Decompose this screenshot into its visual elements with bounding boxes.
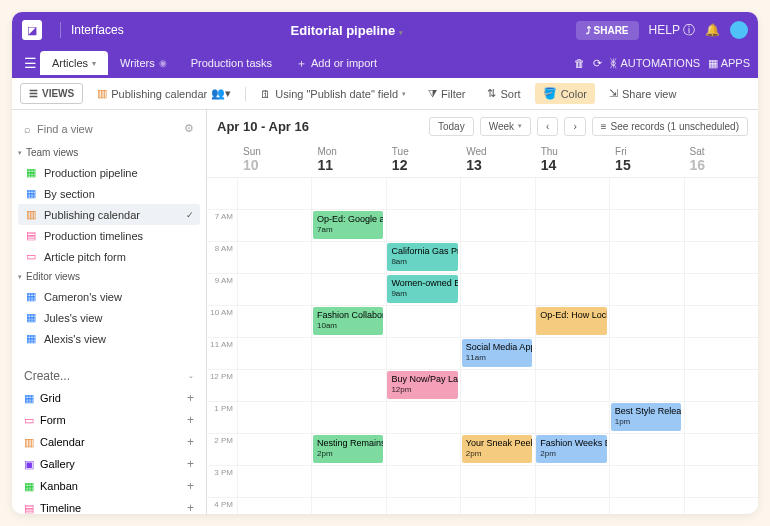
calendar-event[interactable]: Your Sneak Peek at…2pm xyxy=(462,435,532,463)
calendar-event[interactable]: Buy Now/Pay Later …12pm xyxy=(387,371,457,399)
trash-icon[interactable]: 🗑 xyxy=(574,57,585,69)
calendar-event[interactable]: Fashion Collaborati…10am xyxy=(313,307,383,335)
hour-label: 10 AM xyxy=(207,306,237,337)
calendar-header: Apr 10 - Apr 16 Today Week ▾ ‹ › ≡ See r… xyxy=(207,110,758,142)
hour-row xyxy=(207,178,758,210)
day-header: Sat16 xyxy=(684,142,758,177)
bell-icon[interactable]: 🔔 xyxy=(705,23,720,37)
date-field-button[interactable]: 🗓 Using "Publish date" field ▾ xyxy=(252,84,414,104)
calendar-icon: 🗓 xyxy=(260,88,271,100)
calendar-icon: ▥ xyxy=(97,87,107,100)
hour-row: 7 AM xyxy=(207,210,758,242)
sidebar-view-item[interactable]: ▦Production pipeline xyxy=(18,162,200,183)
hour-label: 8 AM xyxy=(207,242,237,273)
calendar-event[interactable]: Nesting Remains Pr…2pm xyxy=(313,435,383,463)
topbar: ◪ Interfaces Editorial pipeline ▾ ⤴ SHAR… xyxy=(12,12,758,48)
share-view-button[interactable]: ⇲ Share view xyxy=(601,83,684,104)
table-tabs-bar: ☰ Articles ▾Writers ◉Production tasks ＋A… xyxy=(12,48,758,78)
day-header: Wed13 xyxy=(460,142,534,177)
day-header: Tue12 xyxy=(386,142,460,177)
sidebar-view-item[interactable]: ▦Alexis's view xyxy=(18,328,200,349)
hour-row: 9 AM xyxy=(207,274,758,306)
add-or-import-button[interactable]: ＋Add or import xyxy=(284,50,389,77)
tab-writers[interactable]: Writers ◉ xyxy=(108,51,179,75)
apps-button[interactable]: ▦ APPS xyxy=(708,57,750,70)
sidebar-view-item[interactable]: ▤Production timelines xyxy=(18,225,200,246)
hour-label: 4 PM xyxy=(207,498,237,514)
sidebar-view-item[interactable]: ▦Cameron's view xyxy=(18,286,200,307)
paint-icon: 🪣 xyxy=(543,87,557,100)
sort-button[interactable]: ⇅ Sort xyxy=(479,83,528,104)
chevron-down-icon: ⌄ xyxy=(188,372,194,380)
share-icon: ⇲ xyxy=(609,87,618,100)
help-icon: ⓘ xyxy=(683,23,695,37)
calendar-event[interactable]: Best Style Release…1pm xyxy=(611,403,681,431)
see-records-button[interactable]: ≡ See records (1 unscheduled) xyxy=(592,117,748,136)
filter-button[interactable]: ⧩ Filter xyxy=(420,83,473,104)
week-picker[interactable]: Week ▾ xyxy=(480,117,531,136)
create-view-item[interactable]: ▤Timeline+ xyxy=(18,497,200,514)
day-header-row: Sun10Mon11Tue12Wed13Thu14Fri15Sat16 xyxy=(207,142,758,178)
hour-label: 11 AM xyxy=(207,338,237,369)
plus-icon: ＋ xyxy=(296,56,307,71)
calendar-event[interactable]: Op-Ed: How Lockd… xyxy=(536,307,606,335)
create-view-item[interactable]: ▭Form+ xyxy=(18,409,200,431)
history-icon[interactable]: ⟳ xyxy=(593,57,602,70)
tab-articles[interactable]: Articles ▾ xyxy=(40,51,108,75)
sidebar-view-item[interactable]: ▭Article pitch form xyxy=(18,246,200,267)
color-button[interactable]: 🪣 Color xyxy=(535,83,595,104)
main-row: ⌕ ⚙ ▾ Team views▦Production pipeline▦By … xyxy=(12,110,758,514)
create-section[interactable]: Create...⌄ xyxy=(18,365,200,387)
create-view-item[interactable]: ▣Gallery+ xyxy=(18,453,200,475)
hamburger-icon[interactable]: ☰ xyxy=(20,55,40,71)
hour-row: 10 AM xyxy=(207,306,758,338)
search-row: ⌕ ⚙ xyxy=(18,118,200,139)
sidebar-view-item[interactable]: ▥Publishing calendar✓ xyxy=(18,204,200,225)
chevron-down-icon: ▾ xyxy=(399,29,403,36)
calendar-event[interactable]: Social Media Apps …11am xyxy=(462,339,532,367)
hour-label: 9 AM xyxy=(207,274,237,305)
today-button[interactable]: Today xyxy=(429,117,474,136)
day-header: Thu14 xyxy=(535,142,609,177)
create-view-item[interactable]: ▥Calendar+ xyxy=(18,431,200,453)
view-group[interactable]: ▾ Team views xyxy=(18,147,200,158)
calendar-event[interactable]: Women-owned Bra…9am xyxy=(387,275,457,303)
date-range: Apr 10 - Apr 16 xyxy=(217,119,309,134)
hour-label: 7 AM xyxy=(207,210,237,241)
calendar-event[interactable]: California Gas Pric…8am xyxy=(387,243,457,271)
workspace-name[interactable]: Interfaces xyxy=(71,23,124,37)
find-view-input[interactable] xyxy=(37,123,184,135)
base-title[interactable]: Editorial pipeline ▾ xyxy=(291,23,403,38)
create-view-item[interactable]: ▦Grid+ xyxy=(18,387,200,409)
hour-label: 1 PM xyxy=(207,402,237,433)
next-button[interactable]: › xyxy=(564,117,585,136)
filter-icon: ⧩ xyxy=(428,87,437,100)
prev-button[interactable]: ‹ xyxy=(537,117,558,136)
calendar-grid[interactable]: 7 AM8 AM9 AM10 AM11 AM12 PM1 PM2 PM3 PM4… xyxy=(207,178,758,514)
gear-icon[interactable]: ⚙ xyxy=(184,122,194,135)
tab-production-tasks[interactable]: Production tasks xyxy=(179,51,284,75)
hour-label xyxy=(207,178,237,209)
current-view[interactable]: ▥ Publishing calendar 👥▾ xyxy=(89,83,239,104)
hour-label: 2 PM xyxy=(207,434,237,465)
sidebar-view-item[interactable]: ▦Jules's view xyxy=(18,307,200,328)
calendar-pane: Apr 10 - Apr 16 Today Week ▾ ‹ › ≡ See r… xyxy=(207,110,758,514)
hour-row: 4 PM xyxy=(207,498,758,514)
search-icon: ⌕ xyxy=(24,123,31,135)
view-group[interactable]: ▾ Editor views xyxy=(18,271,200,282)
view-toolbar: ☰ VIEWS ▥ Publishing calendar 👥▾ 🗓 Using… xyxy=(12,78,758,110)
automations-button[interactable]: ᛤ AUTOMATIONS xyxy=(610,57,700,69)
calendar-event[interactable]: Fashion Weeks Bal…2pm xyxy=(536,435,606,463)
create-view-item[interactable]: ▦Kanban+ xyxy=(18,475,200,497)
avatar[interactable] xyxy=(730,21,748,39)
calendar-event[interactable]: Op-Ed: Google and…7am xyxy=(313,211,383,239)
day-header: Sun10 xyxy=(237,142,311,177)
logo-icon[interactable]: ◪ xyxy=(22,20,42,40)
hour-label: 12 PM xyxy=(207,370,237,401)
day-header: Mon11 xyxy=(311,142,385,177)
share-button[interactable]: ⤴ SHARE xyxy=(576,21,639,40)
views-button[interactable]: ☰ VIEWS xyxy=(20,83,83,104)
sidebar-view-item[interactable]: ▦By section xyxy=(18,183,200,204)
help-button[interactable]: HELP ⓘ xyxy=(649,22,695,39)
hour-row: 3 PM xyxy=(207,466,758,498)
